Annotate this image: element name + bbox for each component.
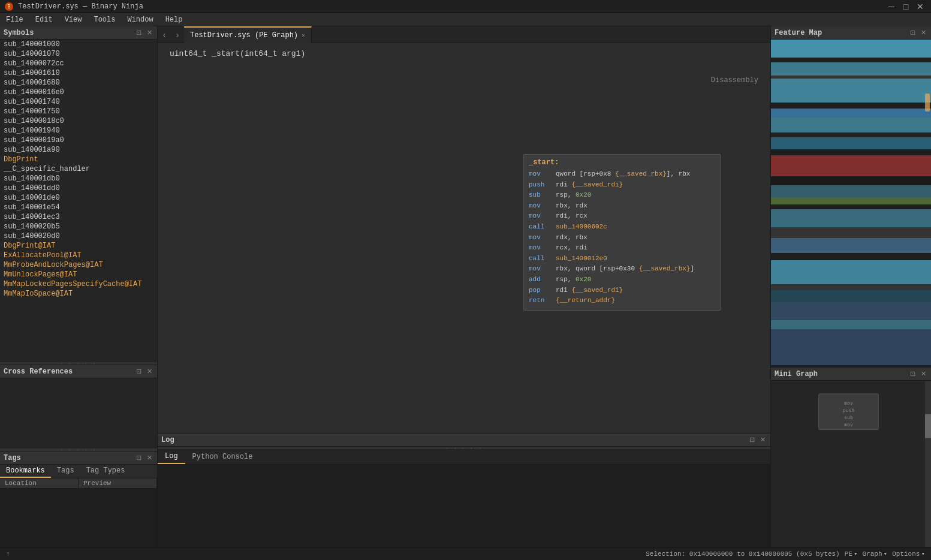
selection-info: Selection: 0x140006000 to 0x140006005 (0… [646, 550, 839, 558]
symbol-item[interactable]: sub_14000019a0 [0, 136, 157, 145]
options-dropdown-icon: ▾ [921, 550, 925, 558]
instr-operands: rbx, rdx [556, 201, 587, 212]
col-location: Location [0, 478, 79, 488]
pe-button[interactable]: PE ▾ [845, 550, 858, 558]
feature-map-close-button[interactable]: ✕ [919, 29, 927, 37]
log-float-button[interactable]: ⊡ [748, 436, 756, 444]
window-controls: ─ □ ✕ [885, 2, 926, 11]
maximize-button[interactable]: □ [900, 2, 912, 11]
mini-graph-close-button[interactable]: ✕ [919, 370, 927, 378]
symbol-item[interactable]: ExAllocatePool@IAT [0, 251, 157, 260]
log-tabs: Log Python Console [158, 449, 770, 465]
status-left: ↑ [6, 550, 10, 558]
symbol-item[interactable]: sub_1400020b5 [0, 222, 157, 231]
symbol-item[interactable]: MmUnlockPages@IAT [0, 270, 157, 279]
mini-graph-thumb[interactable] [925, 414, 931, 438]
instruction-row: subrsp, 0x20 [529, 190, 716, 201]
mini-graph-scrollbar[interactable] [925, 381, 931, 547]
instruction-row: movrdx, rbx [529, 233, 716, 243]
symbol-item[interactable]: sub_14000072cc [0, 59, 157, 68]
symbol-item[interactable]: sub_140001dd0 [0, 183, 157, 193]
statusbar: ↑ Selection: 0x140006000 to 0x140006005 … [0, 547, 931, 560]
symbol-item[interactable]: __C_specific_handler [0, 164, 157, 174]
minimize-button[interactable]: ─ [885, 2, 897, 11]
symbol-item[interactable]: sub_140001e54 [0, 203, 157, 212]
tags-close-button[interactable]: ✕ [145, 454, 153, 462]
crossref-close-button[interactable]: ✕ [145, 368, 153, 376]
graph-node-start[interactable]: _start: movqword [rsp+0x8 {__saved_rbx}]… [523, 154, 721, 311]
symbol-item[interactable]: sub_140001de0 [0, 193, 157, 203]
arrow-up-icon: ↑ [6, 550, 10, 558]
options-label: Options [892, 550, 920, 558]
menubar: File Edit View Tools Window Help [0, 13, 931, 26]
editor-tabs: ‹ › TestDriver.sys (PE Graph) ✕ [158, 26, 770, 43]
graph-area[interactable]: uint64_t _start(int64_t arg1) Disassembl… [158, 43, 770, 433]
instruction-row: retn{__return_addr} [529, 296, 716, 306]
close-button[interactable]: ✕ [914, 2, 926, 11]
right-sidebar: Feature Map ⊡ ✕ [770, 26, 931, 547]
symbol-item[interactable]: sub_1400020d0 [0, 231, 157, 241]
crossref-panel: Cross References ⊡ ✕ [0, 365, 157, 448]
symbol-item[interactable]: sub_140001680 [0, 78, 157, 88]
menu-window[interactable]: Window [121, 13, 159, 26]
symbol-item[interactable]: sub_140001a90 [0, 145, 157, 155]
symbol-item[interactable]: MmMapLockedPagesSpecifyCache@IAT [0, 279, 157, 289]
instr-mnemonic: mov [529, 201, 556, 212]
feature-map-float-button[interactable]: ⊡ [908, 29, 917, 37]
menu-help[interactable]: Help [159, 13, 189, 26]
symbol-item[interactable]: sub_140001740 [0, 97, 157, 107]
mini-graph-content[interactable]: mov push sub mov [771, 381, 931, 547]
log-tab-python[interactable]: Python Console [185, 449, 260, 464]
crossref-float-button[interactable]: ⊡ [134, 368, 143, 376]
titlebar-text: TestDriver.sys — Binary Ninja [18, 2, 881, 11]
menu-tools[interactable]: Tools [88, 13, 121, 26]
instr-operands: rdi {__saved_rdi} [556, 180, 623, 191]
tab-bookmarks[interactable]: Bookmarks [0, 465, 51, 478]
symbol-item[interactable]: sub_14000018c0 [0, 116, 157, 126]
log-tab-log[interactable]: Log [158, 449, 185, 464]
editor-tab-main[interactable]: TestDriver.sys (PE Graph) ✕ [184, 26, 312, 43]
menu-edit[interactable]: Edit [29, 13, 59, 26]
crossref-header: Cross References ⊡ ✕ [0, 365, 157, 378]
symbol-item[interactable]: DbgPrint@IAT [0, 241, 157, 251]
symbol-item[interactable]: sub_14000016e0 [0, 88, 157, 97]
instruction-row: movrbx, qword [rsp+0x30 {__saved_rbx}] [529, 264, 716, 275]
feature-map-content[interactable] [771, 40, 931, 367]
symbol-item[interactable]: MmProbeAndLockPages@IAT [0, 260, 157, 270]
symbol-item[interactable]: sub_140001750 [0, 107, 157, 116]
symbols-list[interactable]: sub_140001000sub_140001070sub_14000072cc… [0, 40, 157, 362]
symbol-item[interactable]: sub_140001610 [0, 68, 157, 78]
symbol-item[interactable]: sub_140001db0 [0, 174, 157, 183]
symbols-float-button[interactable]: ⊡ [134, 29, 143, 37]
status-right: Selection: 0x140006000 to 0x140006005 (0… [646, 550, 925, 558]
symbol-item[interactable]: sub_140001ec3 [0, 212, 157, 222]
symbol-item[interactable]: sub_140001000 [0, 40, 157, 49]
options-button[interactable]: Options ▾ [892, 550, 925, 558]
symbol-item[interactable]: MmMapIoSpace@IAT [0, 289, 157, 299]
tab-next-button[interactable]: › [171, 26, 184, 43]
symbol-item[interactable]: sub_140001940 [0, 126, 157, 136]
tags-title: Tags [4, 454, 21, 462]
symbol-item[interactable]: sub_140001070 [0, 49, 157, 59]
status-arrow-up[interactable]: ↑ [6, 550, 10, 558]
log-close-button[interactable]: ✕ [758, 436, 767, 444]
instr-mnemonic: call [529, 254, 556, 264]
tags-controls: ⊡ ✕ [134, 454, 153, 462]
tab-prev-button[interactable]: ‹ [158, 26, 171, 43]
editor-tab-close[interactable]: ✕ [302, 32, 305, 39]
menu-file[interactable]: File [0, 13, 29, 26]
graph-button[interactable]: Graph ▾ [863, 550, 888, 558]
symbols-close-button[interactable]: ✕ [145, 29, 153, 37]
tab-tag-types[interactable]: Tag Types [80, 465, 131, 478]
instr-operands: sub_1400012e0 [556, 254, 607, 264]
menu-view[interactable]: View [59, 13, 88, 26]
instruction-row: pushrdi {__saved_rdi} [529, 180, 716, 191]
log-controls: ⊡ ✕ [748, 436, 767, 444]
tags-float-button[interactable]: ⊡ [134, 454, 143, 462]
tab-tags[interactable]: Tags [51, 465, 80, 478]
mini-graph-float-button[interactable]: ⊡ [908, 370, 917, 378]
instruction-row: poprdi {__saved_rdi} [529, 285, 716, 296]
disassembly-label[interactable]: Disassembly [711, 76, 758, 85]
tags-header: Tags ⊡ ✕ [0, 451, 157, 465]
symbol-item[interactable]: DbgPrint [0, 155, 157, 164]
